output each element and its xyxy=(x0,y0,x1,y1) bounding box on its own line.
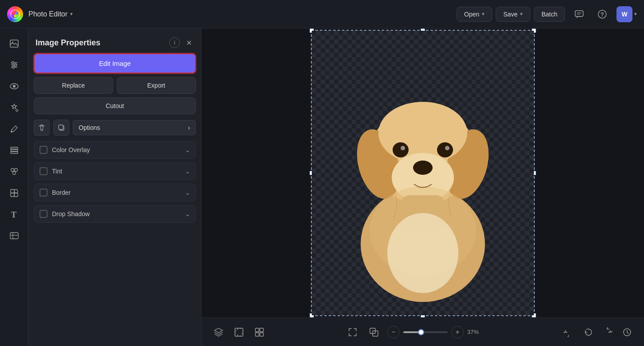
delete-button[interactable] xyxy=(34,120,50,136)
image-container[interactable] xyxy=(311,30,535,316)
app-name[interactable]: Photo Editor ▾ xyxy=(28,10,73,18)
icon-sidebar: T xyxy=(0,28,28,346)
refresh-button[interactable] xyxy=(561,324,576,340)
sticker-tool-button[interactable] xyxy=(4,226,24,245)
batch-button[interactable]: Batch xyxy=(534,7,565,22)
brush-tool-button[interactable] xyxy=(4,119,24,139)
actions-row: Options › xyxy=(34,118,196,137)
chat-icon-button[interactable] xyxy=(570,5,588,23)
fit-view-button[interactable] xyxy=(345,324,361,340)
image-tool-button[interactable] xyxy=(4,34,24,53)
drop-shadow-chevron[interactable]: ⌄ xyxy=(185,211,190,217)
svg-text:T: T xyxy=(11,210,16,219)
open-button[interactable]: Open ▾ xyxy=(457,7,492,22)
redo-button[interactable] xyxy=(600,324,616,340)
layers-bottom-button[interactable] xyxy=(211,324,227,340)
zoom-slider[interactable] xyxy=(403,331,448,333)
drop-shadow-row: Drop Shadow ⌄ xyxy=(34,205,196,223)
svg-rect-27 xyxy=(14,193,18,197)
effects-tool-button[interactable] xyxy=(4,98,24,117)
zoom-percent: 37% xyxy=(467,329,483,335)
export-button[interactable]: Export xyxy=(117,77,196,94)
svg-point-16 xyxy=(12,66,14,68)
svg-rect-54 xyxy=(255,333,259,336)
text-tool-button[interactable]: T xyxy=(4,205,24,224)
svg-point-18 xyxy=(13,85,16,88)
svg-rect-52 xyxy=(255,328,259,332)
save-button[interactable]: Save ▾ xyxy=(496,7,530,22)
preview-tool-button[interactable] xyxy=(4,76,24,96)
layers-tool-button[interactable] xyxy=(4,141,24,160)
panel-title: Image Properties xyxy=(36,38,166,48)
app-name-chevron: ▾ xyxy=(70,11,73,17)
svg-point-19 xyxy=(11,131,12,133)
cutout-button[interactable]: Cutout xyxy=(34,97,196,114)
image-canvas xyxy=(312,31,534,315)
replace-export-row: Replace Export xyxy=(34,77,196,94)
svg-point-43 xyxy=(393,142,409,157)
options-button[interactable]: Options › xyxy=(73,120,196,135)
cutout-label: Cutout xyxy=(106,102,124,109)
svg-rect-53 xyxy=(260,328,263,332)
svg-rect-20 xyxy=(11,147,18,149)
panel-body: Edit Image Replace Export Cutout xyxy=(28,53,201,230)
tint-row: Tint ⌄ xyxy=(34,162,196,180)
tint-chevron[interactable]: ⌄ xyxy=(185,168,190,175)
zoom-in-button[interactable]: + xyxy=(451,326,464,338)
app-logo xyxy=(7,6,23,22)
close-icon[interactable]: ✕ xyxy=(183,37,194,48)
svg-point-23 xyxy=(11,169,14,172)
export-label: Export xyxy=(147,82,165,89)
zoom-controls: − + 37% xyxy=(387,326,483,338)
avatar-group[interactable]: W ▾ xyxy=(616,6,637,22)
color-overlay-checkbox[interactable] xyxy=(40,146,48,154)
frame-bottom-button[interactable] xyxy=(231,324,247,340)
zoom-out-button[interactable]: − xyxy=(387,326,400,338)
replace-label: Replace xyxy=(62,82,85,89)
svg-rect-26 xyxy=(11,189,14,193)
duplicate-button[interactable] xyxy=(53,120,69,136)
canvas-area: − + 37% xyxy=(202,28,644,346)
zoom-slider-thumb[interactable] xyxy=(418,329,424,335)
border-chevron[interactable]: ⌄ xyxy=(185,189,190,196)
svg-point-14 xyxy=(12,62,14,64)
topbar-actions: Open ▾ Save ▾ Batch xyxy=(457,7,565,22)
bottom-center-group: − + 37% xyxy=(273,324,555,340)
avatar-letter: W xyxy=(621,11,627,18)
svg-rect-35 xyxy=(59,125,63,129)
tint-label: Tint xyxy=(52,168,181,175)
edit-image-label: Edit Image xyxy=(99,60,131,67)
topbar: Photo Editor ▾ Open ▾ Save ▾ Batch ? xyxy=(0,0,644,28)
svg-rect-55 xyxy=(260,333,263,336)
history-button[interactable] xyxy=(619,324,635,340)
border-label: Border xyxy=(52,189,181,196)
resize-button[interactable] xyxy=(366,324,382,340)
color-overlay-label: Color Overlay xyxy=(52,146,181,153)
canvas-workspace[interactable] xyxy=(202,28,644,318)
color-overlay-chevron[interactable]: ⌄ xyxy=(185,147,190,153)
bottom-toolbar: − + 37% xyxy=(202,318,644,346)
help-icon-button[interactable]: ? xyxy=(593,5,611,23)
replace-button[interactable]: Replace xyxy=(34,77,113,94)
border-checkbox[interactable] xyxy=(40,189,48,197)
svg-rect-31 xyxy=(10,233,18,239)
grid-bottom-button[interactable] xyxy=(251,324,267,340)
info-icon[interactable]: i xyxy=(169,37,180,48)
adjustments-tool-button[interactable] xyxy=(4,55,24,75)
svg-point-2 xyxy=(16,12,18,15)
group-tool-button[interactable] xyxy=(4,162,24,181)
bottom-right-group xyxy=(561,324,635,340)
edit-image-button[interactable]: Edit Image xyxy=(34,53,196,73)
user-avatar[interactable]: W xyxy=(616,6,632,22)
shape-tool-button[interactable] xyxy=(4,183,24,203)
open-chevron: ▾ xyxy=(482,11,485,17)
svg-rect-21 xyxy=(11,149,18,151)
svg-point-15 xyxy=(14,64,16,66)
svg-point-42 xyxy=(413,161,433,175)
drop-shadow-checkbox[interactable] xyxy=(40,210,48,218)
svg-point-1 xyxy=(12,12,15,15)
tint-checkbox[interactable] xyxy=(40,167,48,175)
svg-point-49 xyxy=(387,213,458,293)
undo-button[interactable] xyxy=(580,324,596,340)
properties-panel: Image Properties i ✕ Edit Image Replace … xyxy=(28,28,202,346)
